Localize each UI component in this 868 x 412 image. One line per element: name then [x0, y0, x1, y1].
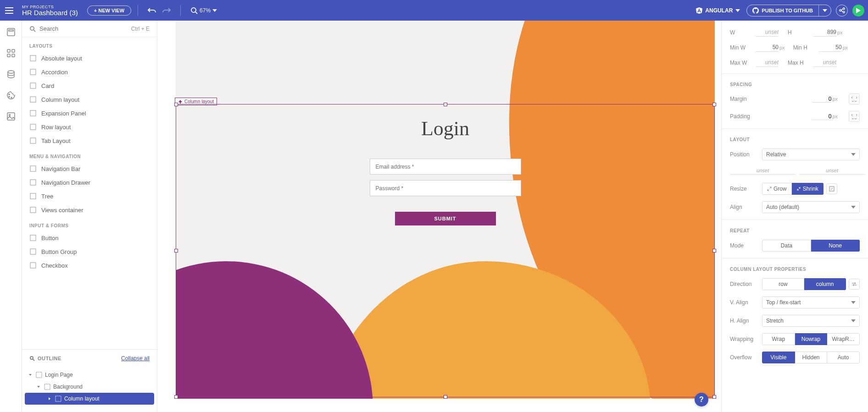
nowrap-button[interactable]: Nowrap	[795, 333, 828, 345]
direction-column-button[interactable]: column	[804, 278, 846, 290]
search-input[interactable]	[39, 25, 131, 32]
tree-row-background[interactable]: Background	[22, 381, 157, 393]
publish-github-button[interactable]: PUBLISH TO GITHUB	[746, 5, 831, 16]
outline-tree: Login Page Background Column layout	[22, 367, 157, 412]
chevron-down-icon	[36, 385, 41, 389]
artboard[interactable]: Login SUBMIT	[176, 21, 715, 399]
breadcrumb[interactable]: MY PROJECTS	[22, 5, 78, 9]
submit-button[interactable]: SUBMIT	[395, 212, 496, 225]
tool-item[interactable]: Checkbox	[22, 258, 157, 272]
login-heading: Login	[367, 117, 523, 140]
minh-input[interactable]	[819, 43, 842, 52]
tree-row-login-page[interactable]: Login Page	[22, 369, 157, 381]
preview-button[interactable]	[852, 5, 864, 16]
assets-icon[interactable]	[5, 110, 17, 122]
properties-panel: W H px Min W px Min H px Max W Max H SPA…	[721, 21, 868, 412]
height-input[interactable]	[813, 28, 836, 37]
expand-padding-button[interactable]	[849, 111, 860, 122]
data-icon[interactable]	[5, 68, 17, 80]
svg-point-21	[9, 115, 10, 116]
offset-right[interactable]	[799, 167, 865, 175]
password-field[interactable]	[370, 180, 521, 196]
components-icon[interactable]	[5, 47, 17, 59]
theme-icon[interactable]	[5, 89, 17, 101]
search-icon	[29, 356, 35, 361]
svg-rect-26	[30, 83, 36, 88]
tool-item[interactable]: Button Group	[22, 245, 157, 258]
menu-icon[interactable]	[4, 5, 15, 16]
component-icon	[29, 234, 37, 242]
svg-point-17	[9, 94, 10, 95]
section-menu: MENU & NAVIGATION	[22, 148, 157, 162]
tool-item[interactable]: Tab Layout	[22, 134, 157, 148]
svg-rect-24	[30, 55, 36, 61]
share-button[interactable]	[836, 5, 848, 16]
tool-item[interactable]: Navigation Bar	[22, 162, 157, 176]
chevron-right-icon	[47, 396, 52, 401]
width-input[interactable]	[756, 28, 779, 37]
component-icon	[29, 179, 37, 186]
mode-none-button[interactable]: None	[811, 240, 860, 252]
offset-top[interactable]	[730, 167, 796, 175]
tool-item[interactable]: Views container	[22, 203, 157, 217]
overflow-visible-button[interactable]: Visible	[762, 352, 795, 363]
tool-item[interactable]: Row layout	[22, 120, 157, 134]
overflow-auto-button[interactable]: Auto	[827, 352, 860, 363]
tool-item[interactable]: Accordion	[22, 65, 157, 79]
svg-line-8	[841, 9, 843, 10]
redo-button[interactable]	[161, 5, 172, 16]
svg-rect-41	[45, 384, 50, 390]
resize-edit-button[interactable]	[826, 183, 837, 194]
direction-row-button[interactable]: row	[762, 278, 804, 290]
tool-item[interactable]: Navigation Drawer	[22, 176, 157, 189]
new-view-button[interactable]: + NEW VIEW	[87, 5, 131, 16]
svg-rect-37	[30, 263, 36, 268]
grow-button[interactable]: Grow	[762, 183, 792, 195]
tool-item[interactable]: Expansion Panel	[22, 106, 157, 120]
expand-margin-button[interactable]	[849, 93, 860, 104]
layout-icon	[55, 396, 61, 402]
minw-input[interactable]	[756, 43, 779, 52]
views-icon[interactable]	[5, 26, 17, 38]
align-select[interactable]: Auto (default)	[762, 201, 860, 213]
direction-swap-button[interactable]	[849, 279, 860, 290]
canvas[interactable]: Login SUBMIT Column layout	[157, 21, 721, 412]
tree-row-column-layout[interactable]: Column layout	[25, 393, 154, 405]
component-icon	[29, 55, 37, 62]
component-icon	[29, 165, 37, 172]
svg-rect-14	[7, 54, 10, 57]
svg-rect-35	[30, 235, 36, 241]
layout-icon	[36, 372, 42, 378]
component-icon	[29, 123, 37, 131]
mode-data-button[interactable]: Data	[762, 240, 811, 252]
toolbox[interactable]: LAYOUTS Absolute layoutAccordionCardColu…	[22, 37, 157, 349]
section-input: INPUT & FORMS	[22, 217, 157, 231]
wraprev-button[interactable]: WrapR…	[827, 333, 860, 345]
valign-select[interactable]: Top / flex-start	[762, 297, 860, 308]
framework-selector[interactable]: ANGULAR	[696, 7, 740, 14]
publish-dropdown[interactable]	[818, 5, 831, 16]
separator	[138, 5, 138, 16]
tool-item[interactable]: Card	[22, 79, 157, 93]
maxh-input[interactable]	[813, 58, 836, 67]
selection-tag[interactable]: Column layout	[175, 98, 217, 105]
help-button[interactable]: ?	[695, 393, 708, 407]
collapse-all-link[interactable]: Collapse all	[121, 355, 150, 362]
maxw-input[interactable]	[756, 58, 779, 67]
padding-input[interactable]	[812, 113, 831, 120]
zoom-button[interactable]: 67%	[189, 5, 219, 16]
component-icon	[29, 68, 37, 76]
tool-item[interactable]: Column layout	[22, 93, 157, 106]
undo-button[interactable]	[146, 5, 158, 16]
tool-item[interactable]: Absolute layout	[22, 51, 157, 65]
email-field[interactable]	[370, 159, 521, 175]
wrap-button[interactable]: Wrap	[762, 333, 795, 345]
tool-item[interactable]: Button	[22, 231, 157, 245]
halign-select[interactable]: Stretch	[762, 315, 860, 327]
tool-item[interactable]: Tree	[22, 189, 157, 203]
svg-line-9	[841, 11, 843, 11]
position-select[interactable]: Relative	[762, 148, 860, 160]
overflow-hidden-button[interactable]: Hidden	[795, 352, 828, 363]
margin-input[interactable]	[812, 96, 831, 103]
shrink-button[interactable]: Shrink	[792, 183, 823, 195]
